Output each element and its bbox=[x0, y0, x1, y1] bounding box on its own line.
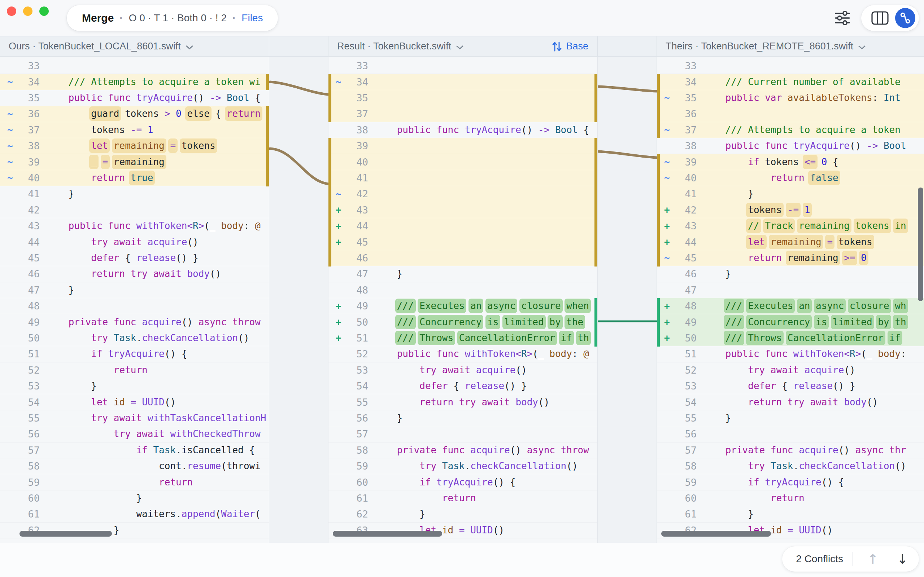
code-line[interactable]: 56 try await withCheckedThrow bbox=[0, 426, 269, 442]
vertical-scrollbar[interactable] bbox=[918, 187, 923, 301]
code-line[interactable]: 42 bbox=[0, 202, 269, 218]
code-line[interactable]: 54 let id = UUID() bbox=[0, 394, 269, 410]
code-line[interactable]: 37 bbox=[328, 106, 597, 122]
code-line[interactable]: 47 bbox=[657, 282, 924, 298]
code-line[interactable]: +51 /// Throws CancellationError if th bbox=[328, 330, 597, 346]
code-line[interactable]: 54 defer { release() } bbox=[328, 378, 597, 394]
code-line[interactable]: +42 tokens -= 1 bbox=[657, 202, 924, 218]
minimize-button[interactable] bbox=[23, 6, 32, 16]
code-line[interactable]: 41 } bbox=[657, 186, 924, 202]
base-button[interactable]: Base bbox=[551, 36, 588, 56]
code-line[interactable]: 61 } bbox=[657, 506, 924, 522]
code-line[interactable]: 41 bbox=[328, 170, 597, 186]
code-line[interactable]: 48 bbox=[0, 298, 269, 314]
code-line[interactable]: 46 } bbox=[657, 266, 924, 282]
code-line[interactable]: ~45 return remaining >= 0 bbox=[657, 250, 924, 266]
code-line[interactable]: 57 bbox=[328, 426, 597, 442]
code-line[interactable]: 48 bbox=[328, 282, 597, 298]
code-line[interactable]: 36 bbox=[657, 106, 924, 122]
code-line[interactable]: +48 /// Executes an async closure wh bbox=[657, 298, 924, 314]
code-line[interactable]: 59 try Task.checkCancellation() bbox=[328, 458, 597, 474]
code-line[interactable]: ~40 return false bbox=[657, 170, 924, 186]
code-line[interactable]: 40 bbox=[328, 154, 597, 170]
code-line[interactable]: ~35 public var availableTokens: Int bbox=[657, 90, 924, 106]
code-line[interactable]: +50 /// Concurrency is limited by the bbox=[328, 314, 597, 330]
code-line[interactable]: 60 } bbox=[0, 490, 269, 506]
code-line[interactable]: 55 return try await body() bbox=[328, 394, 597, 410]
previous-conflict-button[interactable]: ↑ bbox=[863, 549, 883, 569]
sliders-icon[interactable] bbox=[833, 9, 852, 27]
code-line[interactable]: 50 try Task.checkCancellation() bbox=[0, 330, 269, 346]
code-line[interactable]: 52 public func withToken<R>(_ body: @ bbox=[328, 346, 597, 362]
code-line[interactable]: ~40 return true bbox=[0, 170, 269, 186]
files-link[interactable]: Files bbox=[241, 12, 263, 24]
zoom-button[interactable] bbox=[39, 6, 49, 16]
code-line[interactable]: 35 public func tryAcquire() -> Bool { bbox=[0, 90, 269, 106]
close-button[interactable] bbox=[7, 6, 16, 16]
code-line[interactable]: 45 defer { release() } bbox=[0, 250, 269, 266]
code-line[interactable]: 59 if tryAcquire() { bbox=[657, 474, 924, 490]
merge-graph-icon[interactable] bbox=[895, 8, 915, 28]
next-conflict-button[interactable]: ↓ bbox=[892, 549, 913, 569]
code-line[interactable]: 58 private func acquire() async throw bbox=[328, 443, 597, 458]
code-line[interactable]: 61 return bbox=[328, 490, 597, 506]
code-line[interactable]: ~34 /// Attempts to acquire a token wi bbox=[0, 74, 269, 90]
code-line[interactable]: 54 return try await body() bbox=[657, 394, 924, 410]
code-line[interactable]: 58 cont.resume(throwi bbox=[0, 458, 269, 474]
code-line[interactable]: 58 try Task.checkCancellation() bbox=[657, 458, 924, 474]
code-line[interactable]: 47 } bbox=[0, 282, 269, 298]
code-line[interactable]: +50 /// Throws CancellationError if bbox=[657, 330, 924, 346]
code-line[interactable]: 43 public func withToken<R>(_ body: @ bbox=[0, 218, 269, 234]
code-line[interactable]: +43 // Track remaining tokens in bbox=[657, 218, 924, 234]
code-line[interactable]: +43 bbox=[328, 202, 597, 218]
code-line[interactable]: 55 } bbox=[657, 410, 924, 426]
code-line[interactable]: 33 bbox=[328, 58, 597, 74]
code-line[interactable]: +49 /// Concurrency is limited by th bbox=[657, 314, 924, 330]
code-line[interactable]: ~36 guard tokens > 0 else { return bbox=[0, 106, 269, 122]
code-line[interactable]: 44 try await acquire() bbox=[0, 234, 269, 250]
code-line[interactable]: 33 bbox=[657, 58, 924, 74]
columns-icon[interactable] bbox=[870, 8, 890, 28]
code-line[interactable]: 52 try await acquire() bbox=[657, 363, 924, 378]
code-line[interactable]: 35 bbox=[328, 90, 597, 106]
code-line[interactable]: 56 bbox=[657, 426, 924, 442]
code-line[interactable]: 51 if tryAcquire() { bbox=[0, 346, 269, 362]
code-line[interactable]: 47 } bbox=[328, 266, 597, 282]
result-file-selector[interactable]: Result · TokenBucket.swift bbox=[337, 36, 464, 56]
code-line[interactable]: ~39 _ = remaining bbox=[0, 154, 269, 170]
code-line[interactable]: 46 bbox=[328, 250, 597, 266]
code-line[interactable]: 62 } bbox=[328, 506, 597, 522]
code-line[interactable]: 39 bbox=[328, 138, 597, 154]
code-line[interactable]: ~38 let remaining = tokens bbox=[0, 138, 269, 154]
code-line[interactable]: 57 private func acquire() async thr bbox=[657, 443, 924, 458]
code-line[interactable]: 51 public func withToken<R>(_ body: bbox=[657, 346, 924, 362]
code-line[interactable]: 57 if Task.isCancelled { bbox=[0, 443, 269, 458]
code-line[interactable]: 33 bbox=[0, 58, 269, 74]
code-line[interactable]: ~39 if tokens <= 0 { bbox=[657, 154, 924, 170]
code-line[interactable]: 53 defer { release() } bbox=[657, 378, 924, 394]
code-line[interactable]: +49 /// Executes an async closure when bbox=[328, 298, 597, 314]
code-line[interactable]: 52 return bbox=[0, 363, 269, 378]
code-line[interactable]: ~37 tokens -= 1 bbox=[0, 122, 269, 138]
ours-file-selector[interactable]: Ours · TokenBucket_LOCAL_8601.swift bbox=[9, 36, 194, 56]
code-line[interactable]: 46 return try await body() bbox=[0, 266, 269, 282]
theirs-file-selector[interactable]: Theirs · TokenBucket_REMOTE_8601.swift bbox=[666, 36, 866, 56]
code-line[interactable]: 55 try await withTaskCancellationH bbox=[0, 410, 269, 426]
code-line[interactable]: 38 public func tryAcquire() -> Bool { bbox=[328, 122, 597, 138]
result-horizontal-scrollbar[interactable] bbox=[333, 531, 442, 537]
code-line[interactable]: ~42 bbox=[328, 186, 597, 202]
code-line[interactable]: 53 } bbox=[0, 378, 269, 394]
code-line[interactable]: 56 } bbox=[328, 410, 597, 426]
code-line[interactable]: 34 /// Current number of available bbox=[657, 74, 924, 90]
code-line[interactable]: 49 private func acquire() async throw bbox=[0, 314, 269, 330]
code-line[interactable]: 41 } bbox=[0, 186, 269, 202]
code-line[interactable]: 38 public func tryAcquire() -> Bool bbox=[657, 138, 924, 154]
code-line[interactable]: 60 return bbox=[657, 490, 924, 506]
code-line[interactable]: ~37 /// Attempts to acquire a token bbox=[657, 122, 924, 138]
ours-horizontal-scrollbar[interactable] bbox=[19, 531, 112, 537]
code-line[interactable]: ~34 bbox=[328, 74, 597, 90]
code-line[interactable]: 60 if tryAcquire() { bbox=[328, 474, 597, 490]
code-line[interactable]: +45 bbox=[328, 234, 597, 250]
code-line[interactable]: 59 return bbox=[0, 474, 269, 490]
code-line[interactable]: +44 bbox=[328, 218, 597, 234]
